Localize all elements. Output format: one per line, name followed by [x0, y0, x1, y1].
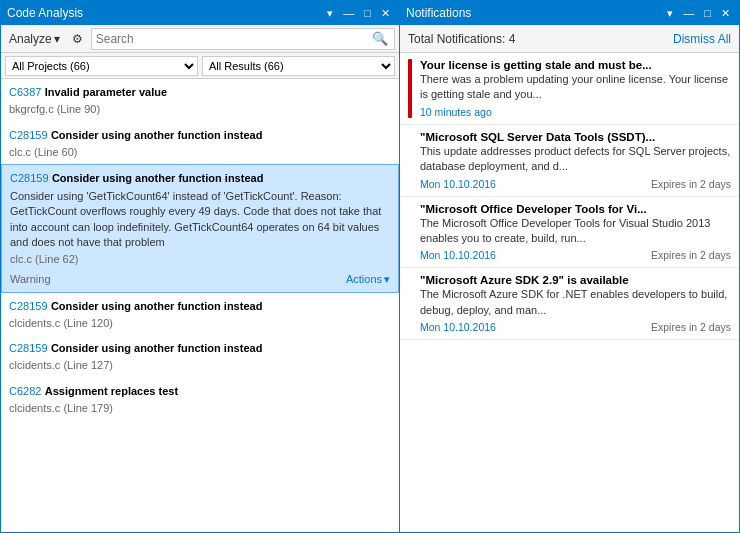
list-item[interactable]: "Microsoft Azure SDK 2.9" is available T… — [400, 268, 739, 340]
right-restore-btn[interactable]: □ — [701, 8, 714, 19]
notif-title: Your license is getting stale and must b… — [420, 59, 710, 71]
result-title: Invalid parameter value — [45, 86, 167, 98]
gear-button[interactable]: ⚙ — [68, 30, 87, 48]
total-notifications-label: Total Notifications: 4 — [408, 32, 515, 46]
notif-title: "Microsoft Office Developer Tools for Vi… — [420, 203, 710, 215]
notifications-header: Total Notifications: 4 Dismiss All — [400, 25, 739, 53]
left-titlebar: Code Analysis ▾ — □ ✕ — [1, 1, 399, 25]
result-detail: Consider using 'GetTickCount64' instead … — [10, 189, 390, 251]
notif-meta: 10 minutes ago — [420, 106, 731, 118]
filter-row: All Projects (66) All Results (66) — [1, 53, 399, 79]
notif-expires: Expires in 2 days — [651, 178, 731, 190]
notifications-panel: Notifications ▾ — □ ✕ Total Notification… — [400, 0, 740, 533]
search-input[interactable] — [96, 32, 370, 46]
result-title: Assignment replaces test — [45, 385, 178, 397]
left-restore-btn[interactable]: □ — [361, 8, 374, 19]
right-titlebar-controls: ▾ — □ ✕ — [664, 8, 733, 19]
search-button[interactable]: 🔍 — [370, 31, 390, 46]
result-file: clc.c (Line 62) — [10, 251, 390, 268]
result-title: Consider using another function instead — [52, 172, 263, 184]
left-minimize-btn[interactable]: — — [340, 8, 357, 19]
list-item[interactable]: Your license is getting stale and must b… — [400, 53, 739, 125]
project-filter[interactable]: All Projects (66) — [5, 56, 198, 76]
result-title: Consider using another function instead — [51, 300, 262, 312]
notif-content: Your license is getting stale and must b… — [420, 59, 731, 118]
notifications-list: Your license is getting stale and must b… — [400, 53, 739, 532]
result-title: Consider using another function instead — [51, 129, 262, 141]
result-code: C28159 — [9, 300, 48, 312]
result-code: C6282 — [9, 385, 41, 397]
notif-content: "Microsoft Azure SDK 2.9" is available T… — [420, 274, 731, 333]
notif-content: "Microsoft SQL Server Data Tools (SSDT).… — [420, 131, 731, 190]
search-box: 🔍 — [91, 28, 395, 50]
notif-meta: Mon 10.10.2016 Expires in 2 days — [420, 178, 731, 190]
result-code: C28159 — [9, 129, 48, 141]
analyze-dropdown-icon: ▾ — [54, 32, 60, 46]
dismiss-all-button[interactable]: Dismiss All — [673, 32, 731, 46]
notif-desc: There was a problem updating your online… — [420, 72, 731, 103]
table-row[interactable]: C6387 Invalid parameter value bkgrcfg.c … — [1, 79, 399, 122]
notif-time: Mon 10.10.2016 — [420, 249, 496, 261]
right-minimize-btn[interactable]: — — [680, 8, 697, 19]
result-title: Consider using another function instead — [51, 342, 262, 354]
notif-time: Mon 10.10.2016 — [420, 321, 496, 333]
list-item[interactable]: "Microsoft Office Developer Tools for Vi… — [400, 197, 739, 269]
notif-meta: Mon 10.10.2016 Expires in 2 days — [420, 321, 731, 333]
table-row[interactable]: C28159 Consider using another function i… — [1, 335, 399, 378]
table-row-selected[interactable]: C28159 Consider using another function i… — [1, 164, 399, 293]
left-dropdown-btn[interactable]: ▾ — [324, 8, 336, 19]
table-row[interactable]: C28159 Consider using another function i… — [1, 122, 399, 165]
table-row[interactable]: C6282 Assignment replaces test clcidents… — [1, 378, 399, 421]
notif-title: "Microsoft Azure SDK 2.9" is available — [420, 274, 710, 286]
analyze-label: Analyze — [9, 32, 52, 46]
table-row[interactable]: C28159 Consider using another function i… — [1, 293, 399, 336]
actions-label: Actions — [346, 273, 382, 285]
notif-desc: The Microsoft Office Developer Tools for… — [420, 216, 731, 247]
left-panel-title: Code Analysis — [7, 6, 83, 20]
actions-button[interactable]: Actions ▾ — [346, 273, 390, 286]
notif-meta: Mon 10.10.2016 Expires in 2 days — [420, 249, 731, 261]
actions-dropdown-icon: ▾ — [384, 273, 390, 286]
right-titlebar: Notifications ▾ — □ ✕ — [400, 1, 739, 25]
notif-desc: This update addresses product defects fo… — [420, 144, 731, 175]
code-analysis-panel: Code Analysis ▾ — □ ✕ Analyze ▾ ⚙ 🔍 All … — [0, 0, 400, 533]
notif-time: Mon 10.10.2016 — [420, 178, 496, 190]
notif-title: "Microsoft SQL Server Data Tools (SSDT).… — [420, 131, 710, 143]
right-panel-title: Notifications — [406, 6, 471, 20]
notif-expires: Expires in 2 days — [651, 321, 731, 333]
result-file: bkgrcfg.c (Line 90) — [9, 101, 391, 118]
list-item[interactable]: "Microsoft SQL Server Data Tools (SSDT).… — [400, 125, 739, 197]
result-code: C6387 — [9, 86, 41, 98]
result-code: C28159 — [10, 172, 49, 184]
notif-desc: The Microsoft Azure SDK for .NET enables… — [420, 287, 731, 318]
selected-footer: Warning Actions ▾ — [10, 271, 390, 288]
result-file: clcidents.c (Line 127) — [9, 357, 391, 374]
right-close-btn[interactable]: ✕ — [718, 8, 733, 19]
notif-content: "Microsoft Office Developer Tools for Vi… — [420, 203, 731, 262]
notif-expires: Expires in 2 days — [651, 249, 731, 261]
result-file: clc.c (Line 60) — [9, 144, 391, 161]
analyze-button[interactable]: Analyze ▾ — [5, 30, 64, 48]
result-file: clcidents.c (Line 120) — [9, 315, 391, 332]
right-dropdown-btn[interactable]: ▾ — [664, 8, 676, 19]
notif-accent-none — [408, 203, 412, 262]
result-file: clcidents.c (Line 179) — [9, 400, 391, 417]
warning-label: Warning — [10, 271, 51, 288]
notif-accent-none — [408, 274, 412, 333]
left-close-btn[interactable]: ✕ — [378, 8, 393, 19]
gear-icon: ⚙ — [72, 32, 83, 46]
left-titlebar-controls: ▾ — □ ✕ — [324, 8, 393, 19]
left-toolbar: Analyze ▾ ⚙ 🔍 — [1, 25, 399, 53]
result-code: C28159 — [9, 342, 48, 354]
results-list: C6387 Invalid parameter value bkgrcfg.c … — [1, 79, 399, 532]
notif-accent-none — [408, 131, 412, 190]
notif-accent-red — [408, 59, 412, 118]
results-filter[interactable]: All Results (66) — [202, 56, 395, 76]
notif-time: 10 minutes ago — [420, 106, 492, 118]
